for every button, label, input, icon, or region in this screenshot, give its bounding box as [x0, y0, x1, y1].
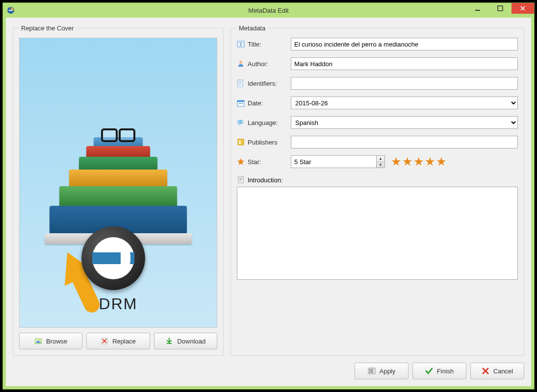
star-label: Star: — [248, 158, 261, 166]
app-icon — [7, 6, 15, 14]
close-button[interactable] — [511, 3, 534, 14]
author-input[interactable] — [291, 57, 518, 70]
drm-badge: DRM — [86, 293, 150, 315]
client-area: Replace the Cover — [6, 18, 531, 386]
svg-point-12 — [239, 61, 242, 64]
cover-actions: Browse Replace Download — [19, 333, 217, 349]
svg-rect-36 — [371, 372, 372, 373]
svg-rect-35 — [369, 372, 370, 373]
date-label: Date: — [248, 99, 263, 107]
language-icon — [237, 119, 245, 126]
finish-icon — [425, 367, 433, 375]
finish-label: Finish — [437, 368, 454, 375]
replace-icon — [101, 337, 108, 345]
identifiers-input[interactable] — [291, 77, 518, 90]
star-filled-icon: ★ — [391, 156, 402, 168]
identifiers-icon — [237, 79, 245, 87]
spinner-buttons: ▲ ▼ — [376, 156, 384, 168]
star-filled-icon: ★ — [413, 156, 424, 168]
sphere-logo — [81, 226, 145, 290]
svg-point-22 — [239, 141, 241, 143]
star-value-text: 5 Star — [294, 158, 311, 166]
publishers-input[interactable] — [291, 136, 518, 148]
spinner-down[interactable]: ▼ — [377, 162, 384, 168]
finish-button[interactable]: Finish — [412, 363, 466, 379]
svg-rect-17 — [240, 103, 241, 104]
svg-rect-21 — [238, 139, 244, 145]
footer-buttons: Apply Finish Cancel — [13, 356, 524, 379]
drm-text: DRM — [99, 295, 138, 313]
star-filled-icon: ★ — [436, 156, 447, 168]
svg-rect-1 — [9, 10, 13, 11]
download-icon — [165, 337, 173, 345]
svg-point-24 — [238, 176, 239, 177]
star-display: ★ ★ ★ ★ ★ — [391, 156, 447, 168]
svg-rect-37 — [372, 372, 373, 373]
main-area: Replace the Cover — [13, 24, 524, 356]
svg-rect-30 — [371, 369, 372, 370]
spinner-up[interactable]: ▲ — [377, 156, 384, 162]
cover-legend: Replace the Cover — [19, 24, 76, 32]
introduction-label-row: Introduction: — [237, 176, 518, 184]
browse-icon — [34, 337, 42, 345]
date-row: Date: 2015-08-26 — [237, 97, 518, 109]
identifiers-row: Identifiers: — [237, 77, 518, 90]
star-icon — [237, 158, 245, 166]
svg-text:T: T — [239, 42, 242, 47]
apply-label: Apply — [380, 368, 396, 375]
minimize-button[interactable] — [466, 3, 489, 14]
svg-rect-16 — [239, 103, 240, 104]
svg-rect-15 — [237, 100, 244, 102]
metadata-group: Metadata T Title: — [230, 24, 524, 356]
svg-point-26 — [238, 179, 239, 180]
author-label: Author: — [248, 60, 268, 68]
introduction-textarea[interactable] — [237, 187, 518, 280]
svg-rect-18 — [242, 103, 243, 104]
browse-label: Browse — [46, 338, 67, 345]
window-controls — [466, 3, 534, 14]
svg-rect-33 — [371, 370, 372, 371]
app-window: MetaData Edit Replace the Cover — [2, 2, 535, 390]
window-title: MetaData Edit — [3, 7, 534, 14]
date-select[interactable]: 2015-08-26 — [291, 97, 518, 109]
svg-rect-34 — [372, 370, 373, 371]
publishers-row: Publishers — [237, 136, 518, 148]
cancel-icon — [482, 367, 489, 375]
title-icon: T — [237, 40, 245, 48]
download-button[interactable]: Download — [154, 333, 217, 349]
star-spinner[interactable]: 5 Star ▲ ▼ — [291, 155, 385, 168]
title-row: T Title: — [237, 38, 518, 50]
maximize-button[interactable] — [489, 3, 511, 14]
language-row: Language: Spanish — [237, 116, 518, 129]
svg-rect-29 — [369, 369, 370, 370]
download-label: Download — [177, 338, 205, 345]
cover-group: Replace the Cover — [13, 24, 224, 356]
svg-rect-2 — [475, 10, 480, 11]
introduction-icon — [237, 176, 245, 184]
svg-point-25 — [238, 178, 239, 179]
metadata-legend: Metadata — [237, 24, 267, 32]
svg-rect-13 — [238, 80, 243, 87]
cover-art: DRM — [23, 41, 214, 324]
svg-point-7 — [39, 340, 41, 341]
title-label: Title: — [248, 41, 261, 48]
apply-button[interactable]: Apply — [355, 363, 409, 379]
svg-rect-3 — [498, 6, 503, 11]
cancel-label: Cancel — [493, 368, 513, 375]
author-row: Author: — [237, 57, 518, 70]
replace-button[interactable]: Replace — [86, 333, 150, 349]
svg-point-27 — [238, 181, 239, 182]
publishers-icon — [237, 138, 245, 146]
svg-rect-32 — [369, 370, 370, 371]
language-select[interactable]: Spanish — [291, 116, 518, 129]
svg-rect-9 — [167, 343, 172, 344]
cancel-button[interactable]: Cancel — [470, 363, 524, 379]
apply-icon — [368, 367, 376, 375]
title-input[interactable] — [291, 38, 518, 50]
author-icon — [237, 60, 245, 68]
svg-rect-31 — [372, 369, 373, 370]
replace-label: Replace — [112, 338, 136, 345]
identifiers-label: Identifiers: — [248, 80, 277, 87]
star-row: Star: 5 Star ▲ ▼ ★ ★ — [237, 155, 518, 168]
browse-button[interactable]: Browse — [19, 333, 82, 349]
